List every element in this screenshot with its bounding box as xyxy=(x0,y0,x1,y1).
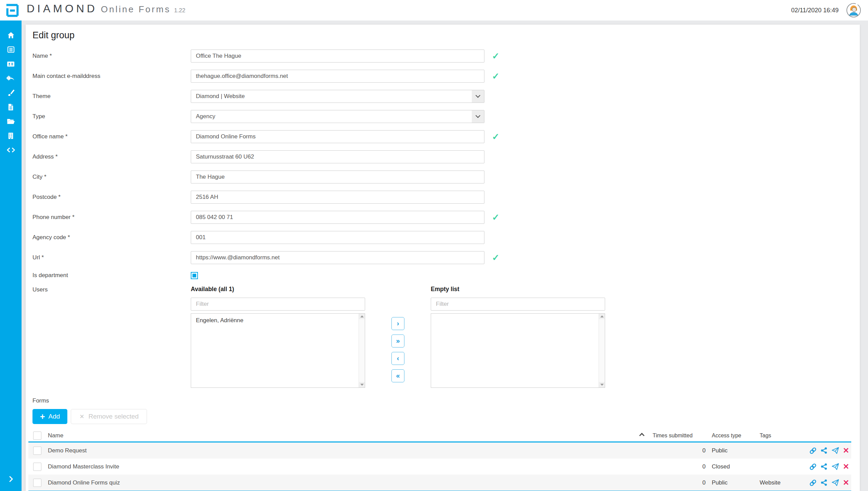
selected-users-column: Empty list xyxy=(431,286,605,388)
delete-icon[interactable]: ✕ xyxy=(843,447,849,454)
move-right-button[interactable]: › xyxy=(391,317,404,330)
document-icon xyxy=(7,103,15,111)
send-icon[interactable] xyxy=(831,447,839,454)
select-all-checkbox[interactable] xyxy=(33,432,41,440)
theme-select-value: Diamond | Website xyxy=(196,93,245,100)
access-type-cell: Public xyxy=(709,447,760,454)
reply-icon xyxy=(6,74,15,83)
sidebar-item-offices[interactable] xyxy=(0,128,22,143)
delete-icon[interactable]: ✕ xyxy=(843,463,849,470)
access-type-cell: Closed xyxy=(709,463,760,470)
type-select[interactable]: Agency xyxy=(191,110,484,123)
link-icon[interactable] xyxy=(809,479,817,487)
sidebar-expand-button[interactable] xyxy=(0,476,22,482)
column-header-name[interactable]: Name xyxy=(48,432,653,439)
address-input[interactable] xyxy=(191,150,484,163)
sidebar-item-contacts[interactable] xyxy=(0,57,22,71)
scroll-up-icon[interactable] xyxy=(359,314,365,319)
city-input[interactable] xyxy=(191,171,484,183)
valid-check-icon: ✓ xyxy=(492,52,499,60)
office-name-input[interactable] xyxy=(191,130,484,143)
form-name-cell[interactable]: Diamond Online Forms quiz xyxy=(48,479,653,486)
form-name-cell[interactable]: Diamond Masterclass Invite xyxy=(48,463,653,470)
sidebar-item-responses[interactable] xyxy=(0,71,22,85)
link-icon[interactable] xyxy=(809,447,817,454)
scroll-down-icon[interactable] xyxy=(359,382,365,387)
type-label: Type xyxy=(32,113,191,120)
send-icon[interactable] xyxy=(831,479,839,487)
type-select-value: Agency xyxy=(196,113,215,120)
move-all-left-button[interactable]: « xyxy=(391,369,404,382)
share-icon[interactable] xyxy=(820,447,828,454)
column-header-access-type[interactable]: Access type xyxy=(709,433,760,439)
table-row: Demo Request 0 Public ✕ xyxy=(28,442,851,459)
times-submitted-cell: 0 xyxy=(653,447,709,454)
row-checkbox[interactable] xyxy=(33,447,41,455)
theme-select[interactable]: Diamond | Website xyxy=(191,90,484,103)
listbox-scrollbar[interactable] xyxy=(359,314,365,387)
row-checkbox[interactable] xyxy=(33,463,41,471)
field-row-phone: Phone number * ✓ xyxy=(32,211,851,224)
times-submitted-cell: 0 xyxy=(653,463,709,470)
field-row-city: City * xyxy=(32,171,851,183)
brand-name: DIAMOND xyxy=(27,2,97,15)
scroll-up-icon[interactable] xyxy=(599,314,605,319)
sidebar-item-documents[interactable] xyxy=(0,100,22,114)
row-checkbox[interactable] xyxy=(33,479,41,487)
field-row-type: Type Agency xyxy=(32,110,851,123)
available-filter-input[interactable] xyxy=(191,298,365,311)
sidebar-item-forms[interactable] xyxy=(0,42,22,57)
postcode-label: Postcode * xyxy=(32,194,191,201)
link-icon[interactable] xyxy=(809,463,817,470)
available-title: Available (all 1) xyxy=(191,286,365,293)
agency-code-input[interactable] xyxy=(191,231,484,244)
forms-table: Name Times submitted Access type Tags De… xyxy=(28,429,851,491)
name-label: Name * xyxy=(32,53,191,59)
share-icon[interactable] xyxy=(820,463,828,470)
name-input[interactable] xyxy=(191,50,484,63)
available-users-column: Available (all 1) Engelen, Adriënne xyxy=(191,286,365,388)
move-left-button[interactable]: ‹ xyxy=(391,352,404,365)
sidebar-item-home[interactable] xyxy=(0,28,22,42)
move-all-right-button[interactable]: » xyxy=(391,335,404,347)
send-icon[interactable] xyxy=(831,463,839,470)
phone-input[interactable] xyxy=(191,211,484,224)
product-name: Online Forms xyxy=(101,4,171,15)
sort-ascending-icon[interactable] xyxy=(639,433,645,438)
available-users-listbox[interactable]: Engelen, Adriënne xyxy=(191,313,365,388)
city-label: City * xyxy=(32,174,191,180)
postcode-input[interactable] xyxy=(191,191,484,204)
checkbox-fill xyxy=(192,274,196,277)
form-list-icon xyxy=(7,45,15,54)
email-label: Main contact e-mailddress xyxy=(32,73,191,80)
diamond-logo-icon xyxy=(4,2,20,18)
sidebar-item-files[interactable] xyxy=(0,114,22,128)
selected-title: Empty list xyxy=(431,286,605,293)
email-input[interactable] xyxy=(191,70,484,83)
home-icon xyxy=(7,31,15,39)
selected-filter-input[interactable] xyxy=(431,298,605,311)
list-item[interactable]: Engelen, Adriënne xyxy=(191,314,365,327)
forms-section: Forms +Add ✕Remove selected Name Times s… xyxy=(32,397,851,491)
times-submitted-cell: 0 xyxy=(653,479,709,486)
access-type-cell: Public xyxy=(709,479,760,486)
tags-cell: Website xyxy=(760,479,807,486)
column-header-tags[interactable]: Tags xyxy=(760,433,807,439)
selected-users-listbox[interactable] xyxy=(431,313,605,388)
sidebar-item-integrations[interactable] xyxy=(0,143,22,157)
table-row: Diamond Masterclass Invite 0 Closed ✕ xyxy=(28,459,851,475)
table-row: Diamond Online Forms quiz 0 Public Websi… xyxy=(28,475,851,491)
user-avatar[interactable] xyxy=(846,3,861,18)
delete-icon[interactable]: ✕ xyxy=(843,479,849,487)
listbox-scrollbar[interactable] xyxy=(599,314,605,387)
address-label: Address * xyxy=(32,153,191,160)
share-icon[interactable] xyxy=(820,479,828,486)
is-department-checkbox[interactable] xyxy=(191,272,198,279)
column-header-times-submitted[interactable]: Times submitted xyxy=(653,433,709,439)
scroll-down-icon[interactable] xyxy=(599,382,605,387)
sidebar-item-themes[interactable] xyxy=(0,85,22,100)
add-form-button[interactable]: +Add xyxy=(32,409,67,424)
url-input[interactable] xyxy=(191,251,484,264)
form-name-cell[interactable]: Demo Request xyxy=(48,447,653,454)
remove-selected-button[interactable]: ✕Remove selected xyxy=(71,409,147,424)
